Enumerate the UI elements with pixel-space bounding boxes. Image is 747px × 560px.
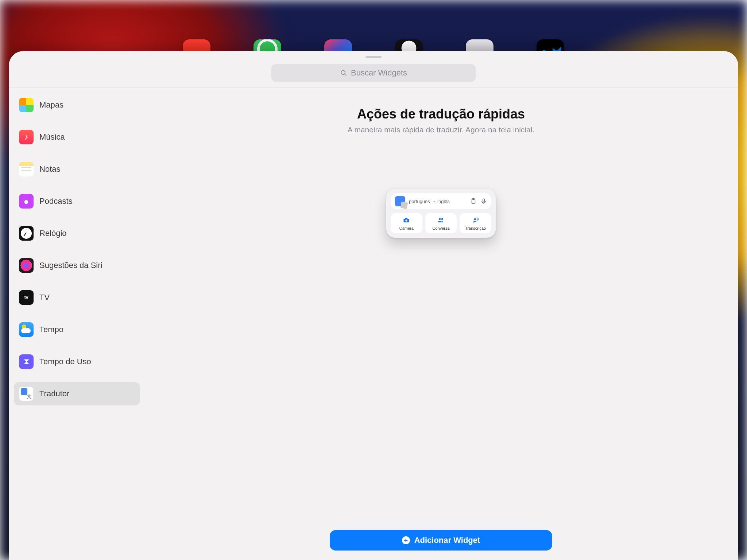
translate-icon: [19, 386, 34, 401]
svg-point-5: [406, 219, 407, 221]
google-translate-icon: [395, 196, 405, 206]
search-placeholder: Buscar Widgets: [351, 68, 407, 78]
sidebar-item-translate[interactable]: Tradutor: [14, 382, 140, 405]
sidebar-item-label: Relógio: [39, 229, 67, 238]
sidebar-item-tv[interactable]: tv TV: [14, 286, 140, 309]
language-pair: português → inglês: [409, 199, 450, 204]
widget-subtitle: A maneira mais rápida de traduzir. Agora…: [348, 125, 534, 134]
maps-icon: [19, 98, 34, 112]
sidebar-item-label: Notas: [39, 164, 60, 174]
sidebar-item-label: Sugestões da Siri: [39, 261, 102, 270]
tile-camera: Câmera: [391, 213, 422, 233]
tile-conversation: Conversa: [425, 213, 457, 233]
tile-transcription: Transcrição: [460, 213, 491, 233]
paste-icon: [470, 198, 477, 205]
sidebar-item-maps[interactable]: Mapas: [14, 93, 140, 117]
sidebar-item-siri-suggestions[interactable]: Sugestões da Siri: [14, 254, 140, 277]
plus-icon: +: [402, 536, 410, 544]
sheet-grabber[interactable]: [365, 56, 382, 58]
sidebar-item-screen-time[interactable]: Tempo de Uso: [14, 350, 140, 373]
widget-detail-panel: Ações de tradução rápidas A maneira mais…: [144, 88, 738, 560]
sidebar-item-label: Mapas: [39, 100, 63, 110]
microphone-icon: [480, 198, 487, 205]
sidebar-item-clock[interactable]: Relógio: [14, 222, 140, 245]
svg-point-6: [439, 218, 441, 220]
tile-label: Câmera: [399, 226, 414, 230]
svg-point-8: [474, 218, 476, 221]
tile-label: Transcrição: [465, 226, 486, 230]
widget-gallery-sheet: Buscar Widgets Mapas Música Notas Podcas…: [9, 51, 738, 560]
screen-time-icon: [19, 354, 34, 369]
sidebar-item-podcasts[interactable]: Podcasts: [14, 190, 140, 213]
widget-title: Ações de tradução rápidas: [357, 106, 525, 122]
tv-icon: tv: [19, 290, 34, 305]
add-widget-label: Adicionar Widget: [414, 536, 480, 545]
conversation-icon: [437, 217, 445, 224]
search-input[interactable]: Buscar Widgets: [271, 64, 476, 82]
tile-label: Conversa: [432, 226, 449, 230]
notes-icon: [19, 162, 34, 176]
sidebar-item-label: TV: [39, 293, 50, 302]
podcasts-icon: [19, 194, 34, 209]
clock-icon: [19, 226, 34, 241]
weather-icon: [19, 322, 34, 337]
sidebar-item-label: Podcasts: [39, 197, 73, 206]
svg-rect-4: [483, 199, 485, 202]
translate-input-row: português → inglês: [391, 193, 491, 209]
add-widget-button[interactable]: + Adicionar Widget: [330, 530, 552, 551]
siri-icon: [19, 258, 34, 273]
sidebar-item-label: Música: [39, 132, 65, 142]
music-icon: [19, 130, 34, 144]
search-icon: [340, 69, 347, 77]
transcription-icon: [472, 217, 480, 224]
sidebar-item-label: Tempo: [39, 325, 63, 334]
camera-icon: [402, 217, 410, 224]
svg-line-1: [345, 74, 346, 75]
sidebar-item-label: Tradutor: [39, 389, 69, 398]
sidebar-item-label: Tempo de Uso: [39, 357, 91, 366]
sidebar-item-notes[interactable]: Notas: [14, 158, 140, 181]
svg-point-7: [441, 218, 443, 220]
widget-preview[interactable]: português → inglês Câmera Conversa: [386, 189, 496, 238]
widget-source-sidebar: Mapas Música Notas Podcasts Relógio Suge…: [9, 88, 144, 560]
sidebar-item-weather[interactable]: Tempo: [14, 318, 140, 341]
sidebar-item-music[interactable]: Música: [14, 125, 140, 149]
